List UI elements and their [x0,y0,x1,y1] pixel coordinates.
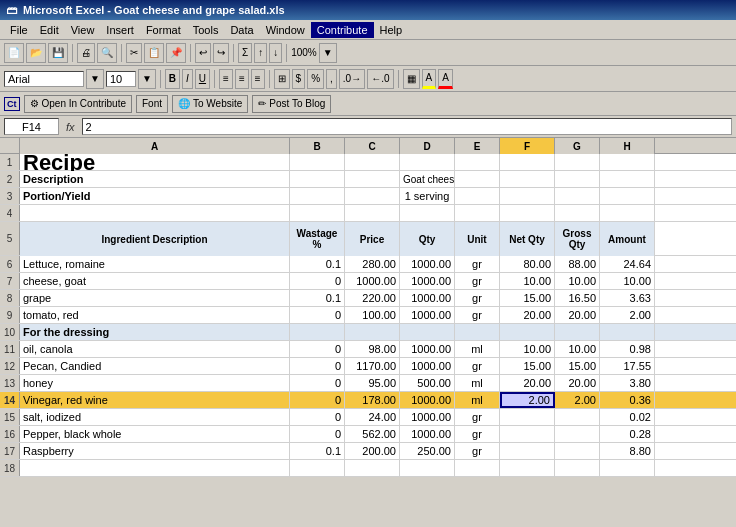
col-header-a[interactable]: A [20,138,290,154]
sort-asc-btn[interactable]: ↑ [254,43,267,63]
col-header-e[interactable]: E [455,138,500,154]
cell-h2[interactable] [600,171,655,187]
cell-d2[interactable]: Goat cheese & grape salad w/ raspberry v… [400,171,455,187]
cell-d18[interactable] [400,460,455,476]
cell-d6[interactable]: 1000.00 [400,256,455,272]
cell-b7[interactable]: 0 [290,273,345,289]
menu-edit[interactable]: Edit [34,22,65,38]
cell-d15[interactable]: 1000.00 [400,409,455,425]
cell-e8[interactable]: gr [455,290,500,306]
cell-c6[interactable]: 280.00 [345,256,400,272]
cell-c14[interactable]: 178.00 [345,392,400,408]
cell-h3[interactable] [600,188,655,204]
cell-f2[interactable] [500,171,555,187]
cell-b18[interactable] [290,460,345,476]
cell-b13[interactable]: 0 [290,375,345,391]
cell-c3[interactable] [345,188,400,204]
cell-e11[interactable]: ml [455,341,500,357]
cell-g14[interactable]: 2.00 [555,392,600,408]
menu-help[interactable]: Help [374,22,409,38]
cell-f13[interactable]: 20.00 [500,375,555,391]
cell-d7[interactable]: 1000.00 [400,273,455,289]
cell-b5[interactable]: Wastage % [290,222,345,256]
cell-b14[interactable]: 0 [290,392,345,408]
cell-b1[interactable] [290,154,345,170]
align-left-btn[interactable]: ≡ [219,69,233,89]
cell-f18[interactable] [500,460,555,476]
open-btn[interactable]: 📂 [26,43,46,63]
cell-g17[interactable] [555,443,600,459]
cell-b17[interactable]: 0.1 [290,443,345,459]
paste-btn[interactable]: 📌 [166,43,186,63]
border-btn[interactable]: ▦ [403,69,420,89]
cell-a7[interactable]: cheese, goat [20,273,290,289]
cell-a2[interactable]: Description [20,171,290,187]
to-website-btn[interactable]: 🌐 To Website [172,95,248,113]
dec-increase-btn[interactable]: .0→ [339,69,365,89]
cell-e2[interactable] [455,171,500,187]
col-header-f[interactable]: F [500,138,555,154]
redo-btn[interactable]: ↪ [213,43,229,63]
cell-g13[interactable]: 20.00 [555,375,600,391]
cell-c10[interactable] [345,324,400,340]
cell-f11[interactable]: 10.00 [500,341,555,357]
cell-a6[interactable]: Lettuce, romaine [20,256,290,272]
cell-a11[interactable]: oil, canola [20,341,290,357]
cell-a16[interactable]: Pepper, black whole [20,426,290,442]
cell-c12[interactable]: 1170.00 [345,358,400,374]
cell-e16[interactable]: gr [455,426,500,442]
cell-g16[interactable] [555,426,600,442]
cell-g12[interactable]: 15.00 [555,358,600,374]
menu-tools[interactable]: Tools [187,22,225,38]
cell-b11[interactable]: 0 [290,341,345,357]
cell-g15[interactable] [555,409,600,425]
cell-g1[interactable] [555,154,600,170]
cell-a5[interactable]: Ingredient Description [20,222,290,256]
cell-g7[interactable]: 10.00 [555,273,600,289]
menu-format[interactable]: Format [140,22,187,38]
font-btn[interactable]: Font [136,95,168,113]
cell-h12[interactable]: 17.55 [600,358,655,374]
preview-btn[interactable]: 🔍 [97,43,117,63]
print-btn[interactable]: 🖨 [77,43,95,63]
italic-btn[interactable]: I [182,69,193,89]
cell-a18[interactable] [20,460,290,476]
cell-f14[interactable]: 2.00 [500,392,555,408]
cell-e7[interactable]: gr [455,273,500,289]
cell-d9[interactable]: 1000.00 [400,307,455,323]
cell-h7[interactable]: 10.00 [600,273,655,289]
cell-a8[interactable]: grape [20,290,290,306]
cell-a12[interactable]: Pecan, Candied [20,358,290,374]
cell-f7[interactable]: 10.00 [500,273,555,289]
cell-c8[interactable]: 220.00 [345,290,400,306]
font-name-input[interactable] [4,71,84,87]
cell-e1[interactable] [455,154,500,170]
cell-g10[interactable] [555,324,600,340]
cell-a14[interactable]: Vinegar, red wine [20,392,290,408]
cell-d4[interactable] [400,205,455,221]
cell-e18[interactable] [455,460,500,476]
font-name-dropdown[interactable]: ▼ [86,69,104,89]
col-header-h[interactable]: H [600,138,655,154]
comma-btn[interactable]: , [326,69,337,89]
undo-btn[interactable]: ↩ [195,43,211,63]
cell-d11[interactable]: 1000.00 [400,341,455,357]
cell-h14[interactable]: 0.36 [600,392,655,408]
percent-btn[interactable]: % [307,69,324,89]
cell-d16[interactable]: 1000.00 [400,426,455,442]
cell-h6[interactable]: 24.64 [600,256,655,272]
cell-h17[interactable]: 8.80 [600,443,655,459]
copy-btn[interactable]: 📋 [144,43,164,63]
cell-a3[interactable]: Portion/Yield [20,188,290,204]
cell-b9[interactable]: 0 [290,307,345,323]
cell-h4[interactable] [600,205,655,221]
cell-a1[interactable]: Recipe [20,154,290,171]
menu-file[interactable]: File [4,22,34,38]
cell-d1[interactable] [400,154,455,170]
bold-btn[interactable]: B [165,69,180,89]
font-size-dropdown[interactable]: ▼ [138,69,156,89]
cell-a13[interactable]: honey [20,375,290,391]
cell-h10[interactable] [600,324,655,340]
cell-b2[interactable] [290,171,345,187]
cell-c5[interactable]: Price [345,222,400,256]
